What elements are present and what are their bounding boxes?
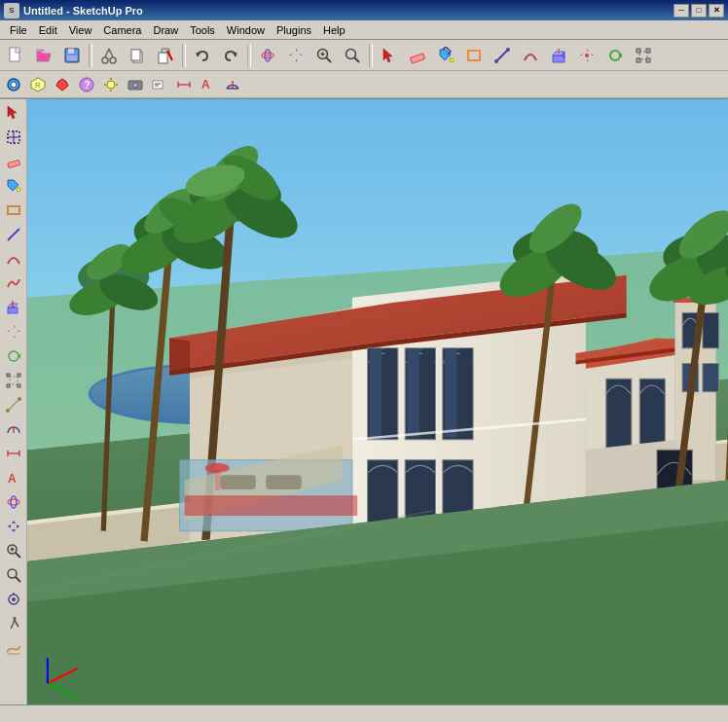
svg-marker-55 [56, 79, 68, 90]
menu-view[interactable]: View [63, 22, 98, 38]
lt-walk[interactable] [2, 612, 25, 635]
svg-point-118 [12, 597, 16, 601]
menu-edit[interactable]: Edit [33, 22, 63, 38]
menu-tools[interactable]: Tools [184, 22, 221, 38]
tb-open[interactable] [30, 42, 57, 69]
tb-sep-2 [182, 44, 186, 67]
tb-new[interactable] [2, 42, 29, 69]
svg-point-43 [585, 54, 589, 57]
svg-rect-65 [153, 81, 163, 89]
tb-protractor[interactable] [221, 73, 244, 96]
lt-rectangle[interactable] [2, 199, 25, 222]
tb-arc[interactable] [517, 42, 544, 69]
minimize-button[interactable]: ─ [673, 4, 689, 18]
lt-component[interactable] [2, 126, 25, 149]
svg-rect-141 [384, 348, 397, 438]
lt-select[interactable] [2, 101, 25, 125]
3d-viewport[interactable] [27, 99, 728, 719]
menu-help[interactable]: Help [317, 22, 351, 38]
lt-move[interactable] [2, 320, 25, 343]
svg-rect-140 [370, 348, 382, 438]
menu-file[interactable]: File [4, 22, 33, 38]
tb-camera-icon[interactable] [124, 73, 147, 96]
lt-pan[interactable] [2, 515, 25, 538]
lt-freehand[interactable] [2, 271, 25, 295]
tb-pushpull[interactable] [545, 42, 572, 69]
lt-rotate[interactable] [2, 344, 25, 368]
tb-eraser[interactable] [404, 42, 431, 69]
tb-sun[interactable] [99, 73, 123, 96]
tb-orbit[interactable] [254, 42, 281, 69]
lt-sandbox[interactable] [2, 636, 25, 660]
tb-select[interactable] [376, 42, 403, 69]
tb-save[interactable] [58, 42, 86, 69]
lt-zoom-tool[interactable] [2, 539, 25, 562]
menu-window[interactable]: Window [221, 22, 271, 38]
tb-move[interactable] [573, 42, 601, 69]
svg-marker-18 [296, 49, 298, 54]
svg-rect-144 [422, 348, 435, 438]
svg-text:?: ? [85, 80, 91, 90]
svg-rect-48 [646, 49, 650, 53]
tb-paint[interactable] [432, 42, 459, 69]
app-icon: S [4, 3, 19, 18]
tb-zoom-extents[interactable] [339, 42, 366, 69]
lt-text[interactable]: A [2, 466, 25, 489]
tb-pencil[interactable] [148, 73, 171, 96]
tb-dim[interactable] [172, 73, 196, 96]
svg-marker-19 [296, 56, 298, 62]
tb-line[interactable] [489, 42, 516, 69]
lt-lookaround[interactable] [2, 588, 25, 611]
tb-redo[interactable] [217, 42, 244, 69]
tb-cut[interactable] [95, 42, 123, 69]
lt-eraser[interactable] [2, 150, 25, 173]
svg-line-116 [16, 577, 20, 582]
svg-rect-93 [7, 374, 10, 377]
svg-rect-3 [67, 55, 77, 60]
svg-marker-89 [15, 330, 20, 332]
svg-point-90 [9, 351, 18, 361]
svg-marker-28 [383, 49, 392, 62]
tb-scale[interactable] [630, 42, 657, 69]
tb-ruby[interactable] [51, 73, 74, 96]
tb-undo[interactable] [189, 42, 216, 69]
lt-tape[interactable] [2, 393, 25, 416]
menu-camera[interactable]: Camera [97, 22, 147, 38]
svg-rect-146 [445, 348, 457, 438]
svg-point-33 [494, 59, 498, 63]
svg-point-30 [450, 58, 454, 62]
svg-line-6 [105, 49, 109, 57]
tb-question[interactable]: ? [75, 73, 98, 96]
tb-zoom[interactable] [310, 42, 338, 69]
lt-scale[interactable] [2, 369, 25, 392]
tb-text-label[interactable]: A [197, 73, 220, 96]
tb-paste[interactable] [152, 42, 179, 69]
svg-point-58 [107, 81, 115, 89]
svg-text:R: R [35, 81, 41, 90]
svg-rect-147 [460, 348, 473, 438]
tb-sections[interactable]: R [26, 73, 50, 96]
svg-line-7 [109, 49, 113, 57]
tb-rectangle[interactable] [460, 42, 488, 69]
svg-line-81 [8, 229, 19, 240]
lt-zoom-extents-tool[interactable] [2, 563, 25, 587]
lt-line[interactable] [2, 223, 25, 246]
maximize-button[interactable]: □ [691, 4, 707, 18]
close-button[interactable]: ✕ [709, 4, 724, 18]
lt-arc[interactable] [2, 247, 25, 271]
tb-copy[interactable] [124, 42, 151, 69]
tb-rotate[interactable] [601, 42, 629, 69]
lt-pushpull[interactable] [2, 296, 25, 319]
lt-protractor[interactable] [2, 417, 25, 441]
tb-pan[interactable] [282, 42, 309, 69]
svg-rect-78 [7, 161, 19, 168]
lt-orbit[interactable] [2, 490, 25, 514]
tb-components[interactable] [2, 73, 25, 96]
menu-plugins[interactable]: Plugins [271, 22, 317, 38]
menu-draw[interactable]: Draw [147, 22, 184, 38]
svg-rect-31 [468, 51, 480, 60]
left-toolbar: A [0, 99, 27, 719]
lt-dimension[interactable] [2, 442, 25, 465]
svg-point-5 [110, 57, 116, 63]
lt-paint[interactable] [2, 174, 25, 198]
